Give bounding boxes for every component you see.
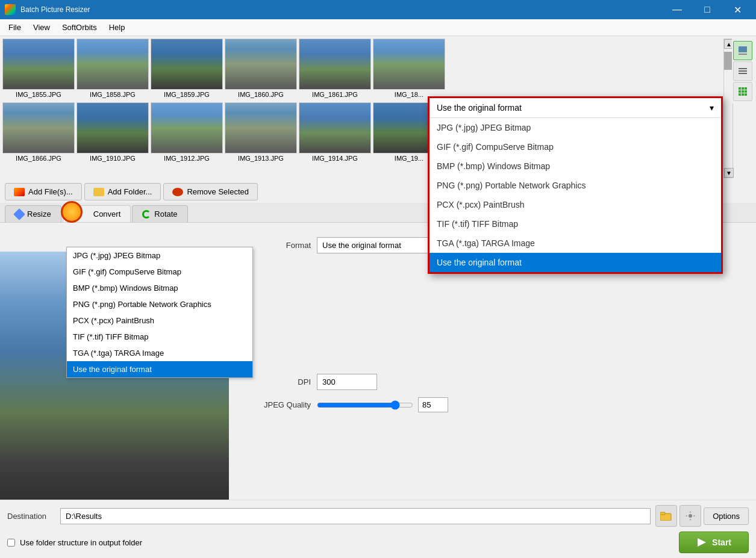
destination-input[interactable] — [60, 508, 651, 524]
dropdown-item-pcx[interactable]: PCX (*.pcx) PaintBrush — [67, 312, 252, 329]
big-dropdown-item-original[interactable]: Use the original format — [430, 253, 721, 272]
grid-view-button[interactable] — [733, 82, 752, 101]
dpi-label: DPI — [251, 377, 311, 386]
bottom-bar: Destination Options Use folder structure… — [0, 500, 756, 558]
big-dropdown-overlay: Use the original format ▾ JPG (*.jpg) JP… — [428, 96, 723, 274]
folder-structure-label: Use folder structure in output folder — [20, 538, 142, 547]
list-item[interactable]: IMG_1912.JPG — [151, 102, 223, 163]
folder-structure-checkbox[interactable] — [7, 539, 15, 547]
thumbnail-label: IMG_1912.JPG — [151, 153, 223, 163]
image-view-button[interactable] — [733, 41, 752, 60]
menu-bar: File View SoftOrbits Help — [0, 19, 756, 36]
convert-tab-icon — [61, 201, 83, 223]
big-dropdown-item-tif[interactable]: TIF (*.tif) TIFF Bitmap — [430, 214, 721, 234]
remove-icon — [172, 188, 183, 196]
dropdown-item-tga[interactable]: TGA (*.tga) TARGA Image — [67, 345, 252, 361]
options-button[interactable]: Options — [704, 507, 749, 525]
resize-tab-icon — [13, 208, 25, 220]
dpi-input[interactable] — [317, 374, 377, 390]
menu-help[interactable]: Help — [103, 20, 131, 34]
maximize-button[interactable]: □ — [693, 0, 721, 19]
destination-label: Destination — [7, 512, 55, 521]
thumbnail-image — [151, 39, 223, 90]
remove-selected-button[interactable]: Remove Selected — [163, 183, 258, 200]
menu-softorbits[interactable]: SoftOrbits — [56, 20, 103, 34]
thumbnail-image — [2, 102, 75, 153]
destination-row: Destination Options — [7, 505, 749, 527]
tab-convert[interactable]: Convert — [63, 205, 131, 222]
start-button[interactable]: Start — [679, 532, 749, 553]
thumbnail-label: IMG_1910.JPG — [77, 153, 149, 163]
dropdown-item-tif[interactable]: TIF (*.tif) TIFF Bitmap — [67, 329, 252, 345]
thumbnail-label: IMG_1913.JPG — [225, 153, 297, 163]
jpeg-quality-row: JPEG Quality — [251, 397, 746, 412]
app-icon — [5, 4, 16, 15]
big-dropdown-item-jpg[interactable]: JPG (*.jpg) JPEG Bitmap — [430, 118, 721, 137]
svg-point-4 — [689, 514, 692, 518]
tab-resize[interactable]: Resize — [5, 205, 61, 222]
add-folder-button[interactable]: Add Folder... — [84, 183, 161, 200]
add-files-icon — [14, 188, 25, 196]
dropdown-item-png[interactable]: PNG (*.png) Portable Network Graphics — [67, 296, 252, 312]
jpeg-quality-value[interactable] — [418, 397, 448, 412]
jpeg-quality-slider[interactable] — [317, 400, 413, 410]
dropdown-item-bmp[interactable]: BMP (*.bmp) Windows Bitmap — [67, 280, 252, 296]
format-dropdown-open: JPG (*.jpg) JPEG Bitmap GIF (*.gif) Comp… — [66, 247, 253, 378]
thumbnail-image — [225, 102, 297, 153]
thumbnail-image — [225, 39, 297, 90]
list-view-button[interactable] — [733, 61, 752, 81]
thumbnail-image — [77, 39, 149, 90]
tab-rotate[interactable]: Rotate — [132, 205, 187, 222]
thumbnail-image — [77, 102, 149, 153]
list-item[interactable]: IMG_1913.JPG — [225, 102, 297, 163]
big-dropdown-item-png[interactable]: PNG (*.png) Portable Network Graphics — [430, 176, 721, 195]
add-folder-icon — [93, 188, 104, 196]
thumbnail-image — [2, 39, 75, 90]
scroll-down-button[interactable]: ▼ — [724, 168, 734, 178]
list-item[interactable]: IMG_1914.JPG — [299, 102, 371, 163]
rotate-tab-icon — [142, 210, 151, 219]
svg-marker-5 — [698, 538, 706, 547]
thumbnail-image — [151, 102, 223, 153]
settings-button[interactable] — [679, 505, 701, 527]
big-dropdown-item-bmp[interactable]: BMP (*.bmp) Windows Bitmap — [430, 157, 721, 176]
folder-structure-row: Use folder structure in output folder — [7, 538, 142, 547]
jpeg-quality-slider-container — [317, 397, 448, 412]
thumbnail-label: IMG_1861.JPG — [299, 90, 371, 99]
svg-rect-3 — [660, 512, 665, 515]
big-dropdown-header[interactable]: Use the original format ▾ — [430, 98, 721, 118]
thumbnail-image — [299, 102, 371, 153]
list-item[interactable]: IMG_1866.JPG — [2, 102, 75, 163]
thumbnail-label: IMG_1914.JPG — [299, 153, 371, 163]
browse-folder-button[interactable] — [655, 505, 677, 527]
dpi-row: DPI — [251, 374, 746, 390]
minimize-button[interactable]: — — [663, 0, 691, 19]
big-dropdown-item-pcx[interactable]: PCX (*.pcx) PaintBrush — [430, 195, 721, 214]
dropdown-item-original[interactable]: Use the original format — [67, 361, 252, 377]
main-content: IMG_1855.JPG IMG_1858.JPG IMG_1859.JPG I… — [0, 36, 756, 558]
close-button[interactable]: ✕ — [723, 0, 751, 19]
thumbnail-image — [299, 39, 371, 90]
big-dropdown-item-gif[interactable]: GIF (*.gif) CompuServe Bitmap — [430, 137, 721, 157]
svg-rect-1 — [739, 54, 747, 55]
thumbnail-label: IMG_1866.JPG — [2, 153, 75, 163]
big-dropdown-item-tga[interactable]: TGA (*.tga) TARGA Image — [430, 234, 721, 253]
title-bar: Batch Picture Resizer — □ ✕ — [0, 0, 756, 19]
thumbnail-label: IMG_1858.JPG — [77, 90, 149, 99]
thumbnail-label: IMG_1855.JPG — [2, 90, 75, 99]
thumbnail-label: IMG_1859.JPG — [151, 90, 223, 99]
jpeg-quality-label: JPEG Quality — [251, 400, 311, 409]
format-label: Format — [251, 241, 311, 250]
svg-rect-0 — [739, 46, 747, 52]
list-item[interactable]: IMG_1910.JPG — [77, 102, 149, 163]
dropdown-item-gif[interactable]: GIF (*.gif) CompuServe Bitmap — [67, 264, 252, 280]
menu-file[interactable]: File — [2, 20, 27, 34]
menu-view[interactable]: View — [27, 20, 56, 34]
thumbnail-image — [373, 39, 445, 90]
thumbnail-label: IMG_1860.JPG — [225, 90, 297, 99]
dropdown-item-jpg[interactable]: JPG (*.jpg) JPEG Bitmap — [67, 247, 252, 264]
app-title: Batch Picture Resizer — [20, 5, 90, 14]
add-files-button[interactable]: Add File(s)... — [5, 183, 82, 200]
